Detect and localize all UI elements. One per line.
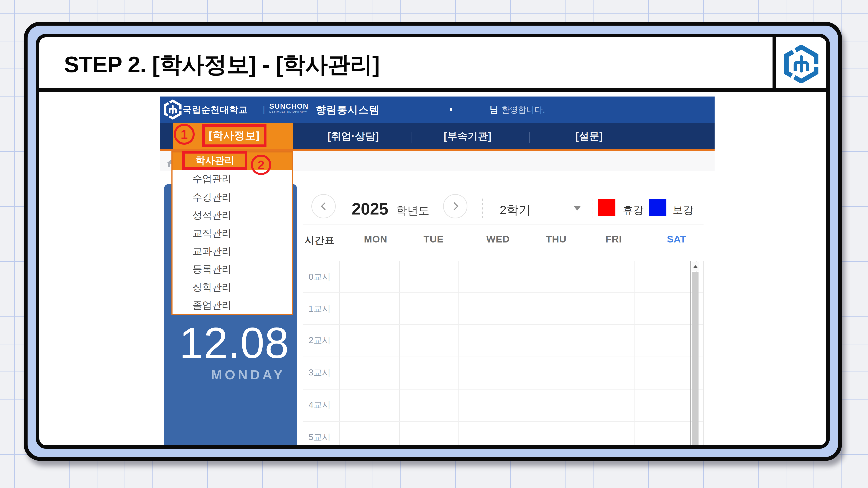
grid-row-line	[303, 324, 704, 325]
day-header-wed: WED	[478, 234, 518, 244]
page-title: STEP 2. [학사정보] - [학사관리]	[64, 37, 379, 92]
nav-item-affiliates[interactable]: [부속기관]	[429, 123, 507, 149]
period-label-0: 0교시	[302, 271, 337, 283]
slide-logo-box	[773, 37, 826, 92]
grid-row-line	[303, 389, 704, 390]
day-header-sat: SAT	[657, 234, 696, 244]
calendar-year: 2025	[346, 199, 394, 218]
menu-item-class-mgmt[interactable]: 수업관리	[173, 170, 292, 188]
period-label-2: 2교시	[302, 334, 337, 346]
university-name-en: SUNCHON NATIONAL UNIVERSITY	[269, 102, 309, 114]
semester-select-value[interactable]: 2학기	[494, 202, 536, 219]
grid-column-line	[458, 261, 459, 449]
menu-item-registration-mgmt[interactable]: 등록관리	[173, 260, 292, 278]
welcome-message: 님환영합니다.	[490, 97, 545, 123]
menu-item-curriculum-mgmt[interactable]: 교과관리	[173, 242, 292, 260]
period-label-4: 4교시	[302, 399, 337, 411]
nav-separator	[411, 132, 411, 143]
day-header-divider	[303, 253, 704, 253]
university-logo-icon	[782, 45, 820, 84]
slide-background: STEP 2. [학사정보] - [학사관리]	[0, 0, 868, 488]
calendar-year-label: 학년도	[392, 203, 433, 218]
menu-item-teaching-mgmt[interactable]: 교직관리	[173, 224, 292, 242]
scroll-up-icon	[693, 265, 698, 268]
step-2-badge: 2	[251, 155, 271, 175]
period-label-1: 1교시	[302, 303, 337, 315]
nav-item-survey[interactable]: [설문]	[561, 123, 617, 149]
masked-username	[450, 108, 452, 110]
grid-column-line	[339, 261, 340, 449]
day-header-mon: MON	[356, 234, 395, 244]
dropdown-arrow-icon[interactable]	[574, 206, 581, 210]
day-header-tue: TUE	[414, 234, 453, 244]
slide-card: STEP 2. [학사정보] - [학사관리]	[24, 22, 842, 461]
slide-header: STEP 2. [학사정보] - [학사관리]	[39, 37, 826, 92]
day-header-fri: FRI	[594, 234, 633, 244]
dotted-separator	[592, 197, 592, 218]
sidebar-date: 12.08	[180, 321, 289, 365]
step-1-badge: 1	[174, 124, 195, 145]
portal-logo-icon[interactable]	[163, 100, 183, 120]
menu-item-enrollment-mgmt[interactable]: 수강관리	[173, 188, 292, 206]
university-name: 국립순천대학교	[183, 97, 248, 123]
timetable-corner-label: 시간표	[300, 234, 339, 244]
next-year-button[interactable]	[443, 194, 467, 219]
nav-separator	[529, 132, 530, 143]
legend-makeup-label: 보강	[667, 203, 700, 217]
nav-separator	[649, 132, 649, 143]
prev-year-button[interactable]	[311, 194, 336, 219]
topbar-divider: |	[263, 97, 265, 123]
portal-topbar: 국립순천대학교 | SUNCHON NATIONAL UNIVERSITY 향림…	[160, 97, 715, 123]
scrollbar-track-line	[690, 261, 691, 449]
academic-info-dropdown: 수업관리 수강관리 성적관리 교직관리 교과관리 등록관리 장학관리 졸업관리	[172, 152, 293, 315]
legend-makeup-swatch	[649, 199, 666, 216]
grid-column-line	[576, 261, 576, 449]
grid-column-line	[399, 261, 400, 449]
slide-card-inner: STEP 2. [학사정보] - [학사관리]	[36, 34, 830, 449]
nav-item-academic-info[interactable]: [학사정보]	[202, 124, 267, 147]
scrollbar-up-button[interactable]	[691, 262, 700, 271]
menu-item-graduation-mgmt[interactable]: 졸업관리	[173, 296, 292, 314]
menu-item-scholarship-mgmt[interactable]: 장학관리	[173, 278, 292, 296]
sidebar-weekday: MONDAY	[211, 367, 285, 382]
menu-item-academic-mgmt[interactable]: 학사관리	[182, 151, 247, 170]
period-label-5: 5교시	[302, 431, 337, 443]
nav-item-career[interactable]: [취업·상담]	[314, 123, 392, 149]
legend-cancelled-swatch	[598, 199, 615, 216]
grid-row-line	[303, 421, 704, 422]
chevron-left-icon	[321, 202, 329, 210]
grid-row-line	[303, 357, 704, 357]
grid-row-line	[303, 292, 704, 293]
period-label-3: 3교시	[302, 366, 337, 379]
legend-cancelled-label: 휴강	[617, 203, 649, 217]
welcome-suffix: 님	[490, 104, 498, 115]
grid-column-line	[517, 261, 517, 449]
table-right-border	[703, 261, 704, 449]
system-name: 향림통시스템	[316, 97, 379, 123]
calendar-header-divider	[303, 224, 704, 225]
scrollbar-thumb[interactable]	[692, 272, 699, 449]
grid-column-line	[634, 261, 635, 449]
chevron-right-icon	[451, 202, 459, 210]
menu-item-grades-mgmt[interactable]: 성적관리	[173, 206, 292, 224]
day-header-thu: THU	[537, 234, 576, 244]
dotted-separator	[482, 197, 483, 218]
portal-screenshot: 국립순천대학교 | SUNCHON NATIONAL UNIVERSITY 향림…	[160, 97, 715, 449]
